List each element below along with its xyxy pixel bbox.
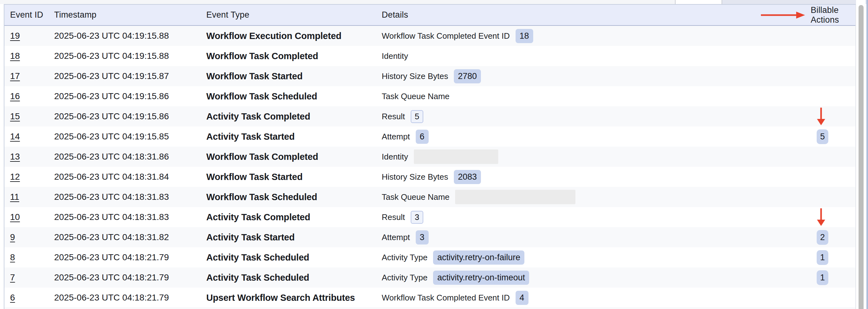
column-header-event-type: Event Type xyxy=(206,10,382,20)
detail-value-badge: activity.retry-on-failure xyxy=(433,250,524,265)
event-id-link[interactable]: 7 xyxy=(10,273,15,282)
billable-actions-badge: 2 xyxy=(817,230,828,245)
table-row: 13 2025-06-23 UTC 04:18:31.86 Workflow T… xyxy=(4,147,856,167)
event-type-cell: Activity Task Scheduled xyxy=(206,252,382,263)
timestamp-cell: 2025-06-23 UTC 04:18:31.82 xyxy=(54,232,206,242)
event-id-cell: 7 xyxy=(10,273,54,282)
table-row: 10 2025-06-23 UTC 04:18:31.83 Activity T… xyxy=(4,207,856,227)
billable-actions-cell xyxy=(761,167,856,187)
next-row-sliver xyxy=(4,307,856,309)
details-cell: Activity Type activity.retry-on-timeout xyxy=(382,271,761,285)
detail-label: Attempt xyxy=(382,132,410,142)
billable-actions-cell xyxy=(761,287,856,308)
event-id-link[interactable]: 6 xyxy=(10,293,15,302)
details-cell: Identity xyxy=(382,149,761,164)
timestamp-cell: 2025-06-23 UTC 04:18:31.84 xyxy=(54,172,206,182)
timestamp-cell: 2025-06-23 UTC 04:18:21.79 xyxy=(54,293,206,303)
event-id-link[interactable]: 13 xyxy=(10,152,20,162)
details-cell: Task Queue Name xyxy=(382,190,761,204)
detail-label: Identity xyxy=(382,152,408,162)
details-cell: Task Queue Name xyxy=(382,92,761,101)
billable-actions-cell: 1 xyxy=(761,268,856,287)
detail-value-badge: 2083 xyxy=(454,170,481,184)
event-id-link[interactable]: 15 xyxy=(10,111,20,121)
detail-label: Result xyxy=(382,112,405,122)
detail-label: Workflow Task Completed Event ID xyxy=(382,31,510,41)
column-header-details: Details xyxy=(382,10,761,20)
timestamp-cell: 2025-06-23 UTC 04:19:15.88 xyxy=(54,51,206,61)
detail-value-badge: 18 xyxy=(516,29,533,43)
event-id-cell: 6 xyxy=(10,293,54,303)
event-type-cell: Activity Task Started xyxy=(206,232,382,243)
billable-actions-cell xyxy=(761,86,856,106)
event-type-cell: Workflow Execution Completed xyxy=(206,31,382,41)
detail-value-badge: 4 xyxy=(516,291,528,305)
detail-label: Task Queue Name xyxy=(382,192,450,202)
redacted-value-box xyxy=(455,190,576,204)
event-id-link[interactable]: 14 xyxy=(10,132,20,141)
event-type-cell: Workflow Task Started xyxy=(206,172,382,182)
event-id-link[interactable]: 11 xyxy=(10,192,19,202)
event-id-link[interactable]: 18 xyxy=(10,51,20,61)
annotation-arrow-right-icon xyxy=(761,10,805,20)
timestamp-cell: 2025-06-23 UTC 04:19:15.85 xyxy=(54,132,206,142)
timestamp-cell: 2025-06-23 UTC 04:18:21.79 xyxy=(54,252,206,263)
details-cell: Workflow Task Completed Event ID 18 xyxy=(382,29,761,43)
event-id-link[interactable]: 16 xyxy=(10,91,20,101)
billable-actions-cell xyxy=(761,187,856,207)
timestamp-cell: 2025-06-23 UTC 04:19:15.86 xyxy=(54,91,206,101)
detail-value-badge: 2780 xyxy=(454,69,481,83)
timestamp-cell: 2025-06-23 UTC 04:18:31.86 xyxy=(54,152,206,162)
detail-label: Task Queue Name xyxy=(382,92,450,101)
column-header-billable-actions-label: Billable Actions xyxy=(811,5,851,25)
details-cell: History Size Bytes 2780 xyxy=(382,69,761,83)
event-id-cell: 13 xyxy=(10,152,54,162)
event-id-link[interactable]: 12 xyxy=(10,172,20,181)
window-edge-line xyxy=(866,0,868,309)
detail-value-outlined-badge: 3 xyxy=(411,211,423,224)
top-bar-segment-left xyxy=(0,0,675,4)
detail-label: Attempt xyxy=(382,233,410,242)
table-row: 18 2025-06-23 UTC 04:19:15.88 Workflow T… xyxy=(4,46,856,66)
event-type-cell: Activity Task Started xyxy=(206,132,382,142)
detail-value-badge: activity.retry-on-timeout xyxy=(433,271,529,285)
table-row: 9 2025-06-23 UTC 04:18:31.82 Activity Ta… xyxy=(4,227,856,247)
event-type-cell: Workflow Task Completed xyxy=(206,51,382,61)
table-row: 12 2025-06-23 UTC 04:18:31.84 Workflow T… xyxy=(4,167,856,187)
annotation-arrow-down-icon xyxy=(817,208,825,226)
event-id-cell: 16 xyxy=(10,91,54,101)
table-row: 6 2025-06-23 UTC 04:18:21.79 Upsert Work… xyxy=(4,287,856,308)
timestamp-cell: 2025-06-23 UTC 04:18:31.83 xyxy=(54,192,206,202)
event-id-cell: 19 xyxy=(10,31,54,41)
event-id-link[interactable]: 19 xyxy=(10,31,20,41)
event-id-cell: 17 xyxy=(10,71,54,81)
column-header-event-id: Event ID xyxy=(10,10,54,20)
table-row: 14 2025-06-23 UTC 04:19:15.85 Activity T… xyxy=(4,127,856,147)
details-cell: Result 5 xyxy=(382,110,761,123)
event-id-cell: 18 xyxy=(10,51,54,61)
event-id-link[interactable]: 8 xyxy=(10,252,15,262)
billable-actions-badge: 1 xyxy=(817,270,828,285)
redacted-value-box xyxy=(414,149,498,164)
details-cell: Activity Type activity.retry-on-failure xyxy=(382,250,761,265)
billable-actions-cell xyxy=(761,26,856,46)
details-cell: Identity xyxy=(382,51,761,61)
detail-label: Workflow Task Completed Event ID xyxy=(382,293,510,303)
event-id-cell: 10 xyxy=(10,212,54,222)
table-row: 7 2025-06-23 UTC 04:18:21.79 Activity Ta… xyxy=(4,268,856,287)
billable-actions-cell xyxy=(761,207,856,227)
event-id-cell: 9 xyxy=(10,232,54,242)
event-type-cell: Activity Task Scheduled xyxy=(206,273,382,283)
billable-actions-cell: 5 xyxy=(761,127,856,147)
event-type-cell: Activity Task Completed xyxy=(206,111,382,122)
event-id-link[interactable]: 9 xyxy=(10,232,15,242)
event-id-link[interactable]: 17 xyxy=(10,71,20,81)
top-bar-segment-right xyxy=(722,0,868,4)
top-bar-sliver xyxy=(0,0,868,4)
scrollbar-thumb[interactable] xyxy=(859,5,864,309)
billable-actions-cell xyxy=(761,46,856,66)
detail-label: History Size Bytes xyxy=(382,172,448,182)
event-id-link[interactable]: 10 xyxy=(10,212,20,222)
details-cell: History Size Bytes 2083 xyxy=(382,170,761,184)
table-row: 17 2025-06-23 UTC 04:19:15.87 Workflow T… xyxy=(4,66,856,86)
